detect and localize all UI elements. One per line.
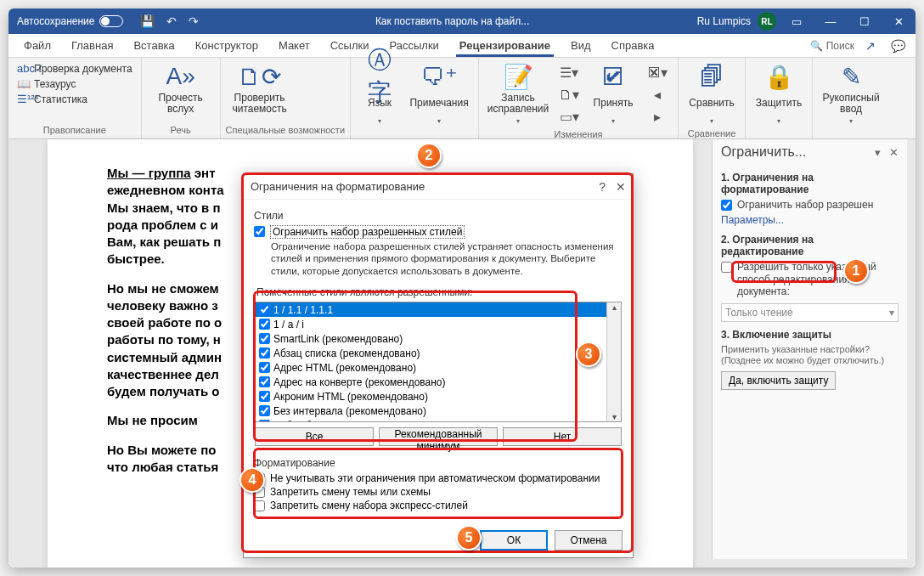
select-none-button[interactable]: Нет xyxy=(503,427,622,446)
select-all-button[interactable]: Все xyxy=(255,427,374,446)
tab-insert[interactable]: Вставка xyxy=(123,34,184,57)
tab-file[interactable]: Файл xyxy=(14,34,61,57)
close-icon[interactable]: ✕ xyxy=(616,180,626,194)
allow-editing-checkbox[interactable]: Разрешить только указанный способ редакт… xyxy=(721,261,899,297)
checkbox[interactable] xyxy=(721,200,732,211)
search-box[interactable]: 🔍 Поиск xyxy=(810,40,854,52)
badge-4: 4 xyxy=(239,467,265,493)
comments-button[interactable]: 💬 xyxy=(887,36,909,56)
chevron-down-icon: ▾ xyxy=(437,117,441,125)
scroll-down-icon[interactable]: ▾ xyxy=(612,412,617,421)
maximize-icon[interactable]: ☐ xyxy=(848,8,882,34)
help-icon[interactable]: ? xyxy=(599,180,606,194)
check-accessibility-button[interactable]: 🗋⟳ Проверить читаемость xyxy=(226,61,294,117)
read-aloud-button[interactable]: A» Прочесть вслух xyxy=(147,61,215,117)
badge-5: 5 xyxy=(456,525,482,551)
checkbox[interactable] xyxy=(254,226,265,237)
tab-review[interactable]: Рецензирование xyxy=(449,34,561,57)
accept-icon: 🗹 xyxy=(601,63,625,90)
minimize-icon[interactable]: — xyxy=(814,8,848,34)
tab-layout[interactable]: Макет xyxy=(268,34,320,57)
show-markup-dropdown[interactable]: 🗋▾ xyxy=(555,83,583,105)
section-2-heading: 2. Ограничения на редактирование xyxy=(721,234,899,257)
styles-description: Ограничение набора разрешенных стилей ус… xyxy=(254,240,623,277)
document-title: Как поставить пароль на файл... xyxy=(207,15,696,27)
pen-icon: ✎ xyxy=(842,63,861,90)
save-icon[interactable]: 💾 xyxy=(140,14,155,28)
list-item[interactable]: Абзац списка (рекомендовано) xyxy=(256,346,621,360)
block-quickstyles-checkbox[interactable]: Запретить смену набора экспресс-стилей xyxy=(254,500,623,511)
display-for-review-dropdown[interactable]: ☰▾ xyxy=(555,61,583,83)
tab-home[interactable]: Главная xyxy=(61,34,123,57)
comments-button-ribbon[interactable]: 🗨⁺ Примечания ▾ xyxy=(405,61,473,127)
taskpane-menu-icon[interactable]: ▾ xyxy=(875,146,881,159)
ribbon-min-icon[interactable]: ▭ xyxy=(780,8,814,34)
statistics-button[interactable]: ☰¹²³Статистика xyxy=(14,92,136,106)
protect-button[interactable]: 🔒 Защитить ▾ xyxy=(751,61,807,127)
compare-button[interactable]: 🗐 Сравнить ▾ xyxy=(684,61,740,127)
scrollbar[interactable]: ▴▾ xyxy=(606,302,621,421)
ok-button[interactable]: ОК xyxy=(480,530,548,551)
list-item[interactable]: 1 / a / i xyxy=(256,317,621,331)
list-item[interactable]: 1 / 1.1 / 1.1.1 xyxy=(256,302,621,317)
styles-listbox[interactable]: 1 / 1.1 / 1.1.1 1 / a / i SmartLink (рек… xyxy=(255,302,622,422)
tab-view[interactable]: Вид xyxy=(561,34,601,57)
tab-design[interactable]: Конструктор xyxy=(185,34,268,57)
restrict-editing-pane: Ограничить... ▾ ✕ 1. Ограничения на форм… xyxy=(712,139,907,559)
undo-icon[interactable]: ↶ xyxy=(166,14,177,28)
badge-1: 1 xyxy=(843,258,869,284)
user-area[interactable]: Ru Lumpics RL xyxy=(697,12,780,31)
dialog-titlebar[interactable]: Ограничения на форматирование ? ✕ xyxy=(244,174,633,200)
limit-formatting-checkbox[interactable]: Ограничить набор разрешен xyxy=(721,199,899,211)
list-item[interactable]: Акроним HTML (рекомендовано) xyxy=(256,389,621,404)
language-button[interactable]: Ⓐ字 Язык ▾ xyxy=(356,61,403,127)
tab-help[interactable]: Справка xyxy=(601,34,665,57)
group-accessibility-label: Специальные возможности xyxy=(226,123,345,138)
group-speech-label: Речь xyxy=(147,123,215,138)
list-item[interactable]: SmartLink (рекомендовано) xyxy=(256,331,621,346)
list-label: Помеченные стили являются разрешенными: xyxy=(255,286,622,298)
thesaurus-button[interactable]: 📖Тезаурус xyxy=(14,76,136,91)
reviewing-pane-dropdown[interactable]: ▭▾ xyxy=(555,105,583,127)
reject-button[interactable]: 🗷▾ xyxy=(644,61,671,83)
quick-access-toolbar: 💾 ↶ ↷ xyxy=(132,14,207,28)
book-icon: 📖 xyxy=(17,77,31,90)
enable-protection-button[interactable]: Да, включить защиту xyxy=(721,371,836,390)
ignore-autoformat-checkbox[interactable]: Не учитывать эти ограничения при автомат… xyxy=(254,472,623,484)
close-icon[interactable]: ✕ xyxy=(882,8,916,34)
taskpane-close-icon[interactable]: ✕ xyxy=(889,146,899,159)
redo-icon[interactable]: ↷ xyxy=(189,14,199,28)
recommended-minimum-button[interactable]: Рекомендованный минимум xyxy=(379,427,498,446)
ink-button[interactable]: ✎ Рукописный ввод ▾ xyxy=(818,61,884,127)
check-document-button[interactable]: abc✓Проверка документа xyxy=(14,61,136,76)
chevron-down-icon: ▾ xyxy=(849,117,853,125)
list-item[interactable]: Адрес HTML (рекомендовано) xyxy=(256,360,621,375)
checkbox[interactable] xyxy=(254,500,265,511)
section-1-heading: 1. Ограничения на форматирование xyxy=(721,172,899,195)
list-item[interactable]: Адрес на конверте (рекомендовано) xyxy=(256,375,621,389)
styles-group-label: Стили xyxy=(254,210,623,222)
toggle-switch-icon[interactable] xyxy=(99,15,123,27)
list-item[interactable]: Веб-таблица 1 xyxy=(256,418,621,422)
track-changes-button[interactable]: 📝 Запись исправлений ▾ xyxy=(484,61,552,127)
cancel-button[interactable]: Отмена xyxy=(555,530,623,551)
checkbox[interactable] xyxy=(721,262,732,273)
formatting-group-label: Форматирование xyxy=(254,457,623,469)
chevron-down-icon: ▾ xyxy=(710,117,713,125)
editing-mode-select[interactable]: Только чтение ▾ xyxy=(721,303,899,322)
share-button[interactable]: ↗ xyxy=(859,36,882,56)
next-change-button[interactable]: ▸ xyxy=(644,105,671,127)
block-theme-checkbox[interactable]: Запретить смену темы или схемы xyxy=(254,486,623,498)
read-aloud-icon: A» xyxy=(166,63,194,90)
scroll-up-icon[interactable]: ▴ xyxy=(612,302,617,312)
autosave-toggle[interactable]: Автосохранение xyxy=(8,15,132,27)
list-item[interactable]: Без интервала (рекомендовано) xyxy=(256,404,621,418)
ribbon-tabs: Файл Главная Вставка Конструктор Макет С… xyxy=(8,34,916,58)
compare-icon: 🗐 xyxy=(700,63,724,90)
limit-styles-checkbox[interactable]: Ограничить набор разрешенных стилей xyxy=(254,225,623,239)
settings-link[interactable]: Параметры... xyxy=(721,214,784,226)
pencil-paper-icon: 📝 xyxy=(504,63,533,90)
avatar[interactable]: RL xyxy=(758,12,776,31)
accept-button[interactable]: 🗹 Принять ▾ xyxy=(586,61,640,127)
prev-change-button[interactable]: ◂ xyxy=(644,83,671,105)
